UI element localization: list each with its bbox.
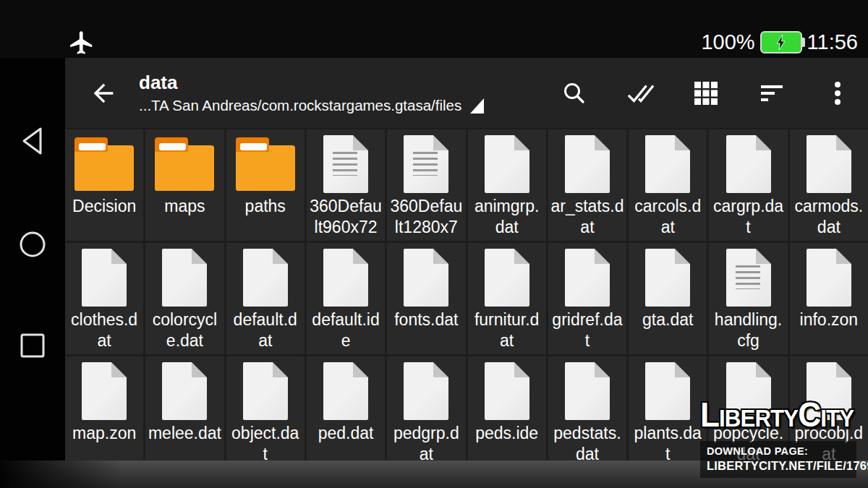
document-icon — [565, 135, 610, 193]
file-tile[interactable]: Decision — [65, 129, 143, 241]
logo-letter: L — [700, 395, 719, 434]
file-tile[interactable]: default.id e — [307, 243, 385, 354]
file-icon-wrap — [243, 248, 288, 307]
select-all-button[interactable] — [626, 79, 655, 108]
file-label: pedgrp.d at — [393, 423, 459, 465]
document-with-text-icon — [726, 249, 771, 307]
document-icon — [485, 362, 529, 420]
document-icon — [807, 135, 851, 193]
folder-icon — [75, 137, 134, 191]
file-tile[interactable]: ar_stats.d at — [548, 129, 626, 241]
battery-percent: 100% — [701, 30, 754, 54]
view-mode-button[interactable] — [692, 79, 720, 108]
document-icon — [404, 249, 448, 307]
nav-home-icon — [18, 230, 47, 259]
file-icon-wrap — [323, 134, 368, 194]
logo-text: ITY — [820, 404, 854, 432]
app-toolbar: data ...TA San Andreas/com.rockstargames… — [65, 58, 868, 128]
file-label: Decision — [72, 196, 136, 217]
file-tile[interactable]: gta.dat — [629, 243, 707, 354]
phone-screen: 100% 11:56 — [0, 0, 868, 488]
file-tile[interactable]: carcols.d at — [629, 129, 707, 241]
file-icon-wrap — [645, 361, 690, 421]
file-tile[interactable]: info.zon — [790, 243, 868, 354]
file-tile[interactable]: animgrp. dat — [468, 129, 546, 241]
search-icon — [561, 80, 588, 107]
file-icon-wrap — [75, 134, 134, 194]
breadcrumb[interactable]: ...TA San Andreas/com.rockstargames.gtas… — [139, 97, 484, 114]
file-tile[interactable]: melee.dat — [145, 356, 224, 468]
search-button[interactable] — [560, 79, 589, 108]
file-icon-wrap — [645, 134, 690, 194]
file-tile[interactable]: pedstats. dat — [548, 356, 626, 468]
file-tile[interactable]: clothes.d at — [65, 243, 143, 354]
file-tile[interactable]: gridref.da t — [548, 243, 626, 354]
document-icon — [82, 362, 127, 420]
toolbar-titles[interactable]: data ...TA San Andreas/com.rockstargames… — [139, 72, 484, 114]
file-icon-wrap — [404, 248, 448, 307]
file-label: colorcycl e.dat — [153, 309, 217, 351]
file-tile[interactable]: 360Defau lt960x72 — [307, 129, 385, 241]
back-arrow-icon — [89, 79, 118, 108]
document-icon — [565, 362, 610, 420]
file-tile[interactable]: default.d at — [226, 243, 305, 354]
file-tile[interactable]: cargrp.da t — [709, 129, 787, 241]
download-page-label: DOWNLOAD PAGE: — [707, 445, 851, 458]
file-icon-wrap — [485, 134, 529, 194]
file-label: map.zon — [72, 423, 136, 444]
file-label: animgrp. dat — [475, 196, 539, 238]
file-label: ped.dat — [318, 423, 374, 444]
file-icon-wrap — [155, 134, 214, 194]
file-tile[interactable]: map.zon — [65, 356, 143, 468]
document-icon — [485, 249, 529, 307]
nav-recents-button[interactable] — [17, 330, 48, 361]
status-right-cluster: 100% 11:56 — [701, 27, 858, 56]
document-with-text-icon — [323, 135, 368, 193]
libertycity-logo: LIBERTYCITY — [700, 395, 851, 438]
file-tile[interactable]: peds.ide — [468, 356, 546, 468]
nav-back-button[interactable] — [17, 125, 48, 157]
grid-view-icon — [692, 80, 720, 107]
nav-home-button[interactable] — [17, 228, 48, 260]
document-icon — [404, 362, 448, 420]
file-label: fonts.dat — [394, 309, 458, 330]
file-label: default.id e — [312, 309, 379, 351]
file-label: 360Defau lt960x72 — [310, 196, 382, 238]
file-label: handling. cfg — [715, 309, 782, 351]
file-tile[interactable]: colorcycl e.dat — [145, 243, 224, 354]
file-icon-wrap — [162, 361, 207, 421]
document-icon — [645, 135, 690, 193]
download-info-box: DOWNLOAD PAGE: LIBERTYCITY.NET/FILE/1769… — [700, 441, 856, 478]
back-button[interactable] — [88, 78, 119, 108]
overflow-menu-button[interactable] — [823, 79, 852, 108]
overflow-menu-icon — [824, 80, 851, 107]
file-tile[interactable]: plants.da t — [629, 356, 707, 468]
document-icon — [323, 249, 368, 307]
battery-charging-icon — [760, 31, 802, 53]
file-tile[interactable]: maps — [145, 129, 224, 241]
file-tile[interactable]: 360Defau lt1280x7 — [387, 129, 465, 241]
file-tile[interactable]: furnitur.d at — [468, 243, 546, 354]
file-tile[interactable]: paths — [226, 129, 305, 241]
file-label: melee.dat — [148, 423, 221, 444]
file-icon-wrap — [807, 248, 851, 307]
file-icon-wrap — [323, 361, 368, 421]
sort-button[interactable] — [757, 79, 786, 108]
file-tile[interactable]: ped.dat — [307, 356, 385, 468]
file-tile[interactable]: carmods. dat — [790, 129, 868, 241]
file-tile[interactable]: handling. cfg — [709, 243, 787, 354]
file-tile[interactable]: pedgrp.d at — [387, 356, 465, 468]
sort-icon — [758, 80, 786, 107]
file-label: plants.da t — [634, 423, 702, 465]
folder-icon — [236, 137, 295, 191]
file-tile[interactable]: object.da t — [226, 356, 305, 468]
nav-back-icon — [19, 125, 46, 157]
document-icon — [243, 249, 288, 307]
document-icon — [82, 249, 127, 307]
file-label: carcols.d at — [634, 196, 701, 238]
file-label: default.d at — [234, 309, 297, 351]
file-tile[interactable]: fonts.dat — [387, 243, 465, 354]
clock: 11:56 — [807, 30, 858, 54]
file-label: paths — [245, 196, 286, 217]
nav-recents-icon — [19, 332, 46, 359]
